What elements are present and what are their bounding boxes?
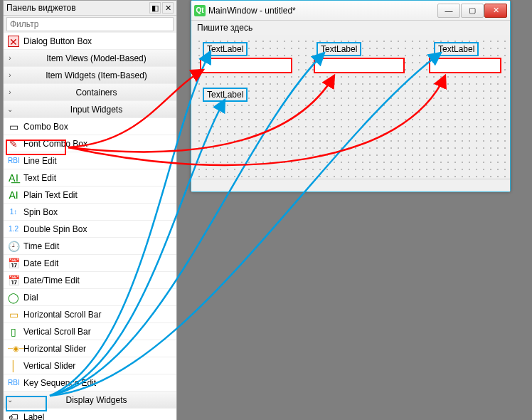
tree-item-label: Vertical Slider: [23, 361, 75, 371]
tree-item-keysequenceedit[interactable]: RBIKey Sequence Edit: [4, 374, 176, 392]
tree-item-label: Time Edit: [23, 241, 59, 251]
tree-item-label: Date/Time Edit: [23, 275, 80, 285]
hscroll-icon: ▭: [6, 308, 21, 322]
label-text: TextLabel: [438, 44, 474, 54]
tree-item-label: Text Edit: [23, 173, 56, 183]
lineedit-icon: RBI: [6, 154, 21, 168]
filter-row: [4, 16, 176, 33]
tree-category-itemviews[interactable]: › Item Views (Model-Based): [4, 50, 176, 67]
tree-item-dial[interactable]: ◯Dial: [4, 289, 176, 306]
tree-item-datetimeedit[interactable]: 📅Date/Time Edit: [4, 272, 176, 289]
tree-item-label: Horizontal Slider: [23, 344, 86, 354]
window-dock-icon: ◧: [151, 4, 159, 13]
status-bar: [191, 179, 510, 191]
minimize-button[interactable]: —: [437, 4, 460, 18]
lineedit-3[interactable]: [429, 58, 501, 73]
tree-item-textedit[interactable]: A͟IText Edit: [4, 169, 176, 187]
tree-item-label: Horizontal Scroll Bar: [23, 310, 101, 320]
window-buttons: — ▢ ✕: [437, 4, 507, 18]
category-label: Display Widgets: [16, 395, 176, 405]
widget-box-panel: Панель виджетов ◧ ✕ ✕ Dialog Button Box …: [3, 0, 177, 420]
tree-item-vscrollbar[interactable]: ▯Vertical Scroll Bar: [4, 323, 176, 340]
dateedit-icon: 📅: [6, 256, 21, 271]
datetime-icon: 📅: [6, 273, 21, 288]
chevron-down-icon: ⌄: [4, 396, 16, 404]
tree-item-label-widget[interactable]: 🏷Label: [4, 409, 176, 420]
dock-button[interactable]: ◧: [149, 2, 161, 14]
form-canvas[interactable]: TextLabel TextLabel TextLabel TextLabel: [196, 38, 506, 177]
panel-header: Панель виджетов ◧ ✕: [4, 1, 176, 16]
category-label: Input Widgets: [16, 105, 176, 115]
tree-item-plaintextedit[interactable]: AIPlain Text Edit: [4, 187, 176, 204]
menu-bar[interactable]: Пишите здесь: [191, 21, 510, 35]
menu-placeholder: Пишите здесь: [197, 23, 252, 33]
minimize-icon: —: [445, 6, 453, 15]
tree-item-label: Label: [23, 412, 44, 421]
close-icon: ✕: [493, 6, 499, 15]
close-button[interactable]: ✕: [484, 4, 507, 18]
delete-icon: ✕: [6, 34, 21, 48]
textedit-icon: A͟I: [6, 171, 21, 185]
tree-item-dateedit[interactable]: 📅Date Edit: [4, 255, 176, 272]
tree-item-label: Font Combo Box: [23, 139, 87, 149]
window-title: MainWindow - untitled*: [208, 6, 437, 16]
label-icon: 🏷: [6, 410, 21, 421]
panel-title: Панель виджетов: [6, 3, 76, 13]
tree-item-label: Line Edit: [23, 156, 57, 166]
category-label: Item Views (Model-Based): [16, 53, 176, 63]
close-icon: ✕: [165, 4, 171, 13]
label-text: TextLabel: [207, 44, 243, 54]
tree-item-label: Double Spin Box: [23, 224, 87, 234]
label-text: TextLabel: [321, 44, 357, 54]
qlabel-3[interactable]: TextLabel: [434, 42, 479, 56]
tree-item-label: Dial: [23, 293, 38, 303]
vslider-icon: │: [6, 359, 21, 373]
chevron-right-icon: ›: [4, 88, 16, 96]
timeedit-icon: 🕘: [6, 239, 21, 253]
maximize-icon: ▢: [469, 6, 476, 15]
tree-category-displaywidgets[interactable]: ⌄ Display Widgets: [4, 392, 176, 409]
tree-item-vslider[interactable]: │Vertical Slider: [4, 357, 176, 374]
dial-icon: ◯: [6, 290, 21, 305]
tree-category-containers[interactable]: › Containers: [4, 84, 176, 101]
combobox-icon: ▭: [6, 120, 21, 134]
tree-item-lineedit[interactable]: RBILine Edit: [4, 152, 176, 169]
qlabel-4[interactable]: TextLabel: [203, 88, 248, 102]
tree-item-dialogbuttonbox[interactable]: ✕ Dialog Button Box: [4, 33, 176, 50]
tree-item-label: Vertical Scroll Bar: [23, 327, 91, 337]
preview-window: Qt MainWindow - untitled* — ▢ ✕ Пишите з…: [191, 0, 511, 192]
keyseq-icon: RBI: [6, 376, 21, 390]
doublespin-icon: 1.2: [6, 222, 21, 236]
qlabel-2[interactable]: TextLabel: [316, 42, 361, 56]
fontcombo-icon: ✎: [6, 137, 21, 151]
tree-item-doublespinbox[interactable]: 1.2Double Spin Box: [4, 221, 176, 238]
tree-item-combobox[interactable]: ▭Combo Box: [4, 118, 176, 135]
tree-item-fontcombobox[interactable]: ✎Font Combo Box: [4, 135, 176, 152]
filter-input[interactable]: [6, 17, 174, 31]
tree-item-hslider[interactable]: ─◉─Horizontal Slider: [4, 340, 176, 357]
category-label: Item Widgets (Item-Based): [16, 70, 176, 80]
qlabel-1[interactable]: TextLabel: [203, 42, 248, 56]
tree-item-timeedit[interactable]: 🕘Time Edit: [4, 238, 176, 255]
lineedit-1[interactable]: [200, 58, 292, 73]
widget-tree: ✕ Dialog Button Box › Item Views (Model-…: [4, 33, 176, 420]
tree-item-spinbox[interactable]: 1↕Spin Box: [4, 204, 176, 221]
title-bar: Qt MainWindow - untitled* — ▢ ✕: [191, 1, 510, 21]
lineedit-2[interactable]: [314, 58, 405, 73]
tree-item-label: Combo Box: [23, 122, 68, 132]
tree-item-label: Spin Box: [23, 207, 58, 217]
qt-logo-icon: Qt: [194, 5, 206, 16]
plaintext-icon: AI: [6, 188, 21, 202]
label-text: TextLabel: [207, 90, 243, 100]
tree-item-label: Date Edit: [23, 258, 58, 268]
tree-category-inputwidgets[interactable]: ⌄ Input Widgets: [4, 101, 176, 118]
tree-category-itemwidgets[interactable]: › Item Widgets (Item-Based): [4, 67, 176, 84]
panel-controls: ◧ ✕: [149, 2, 174, 14]
chevron-down-icon: ⌄: [4, 105, 16, 113]
tree-item-label: Plain Text Edit: [23, 190, 78, 200]
maximize-button[interactable]: ▢: [461, 4, 484, 18]
category-label: Containers: [16, 88, 176, 98]
vscroll-icon: ▯: [6, 325, 21, 339]
tree-item-hscrollbar[interactable]: ▭Horizontal Scroll Bar: [4, 306, 176, 323]
panel-close-button[interactable]: ✕: [162, 2, 174, 14]
